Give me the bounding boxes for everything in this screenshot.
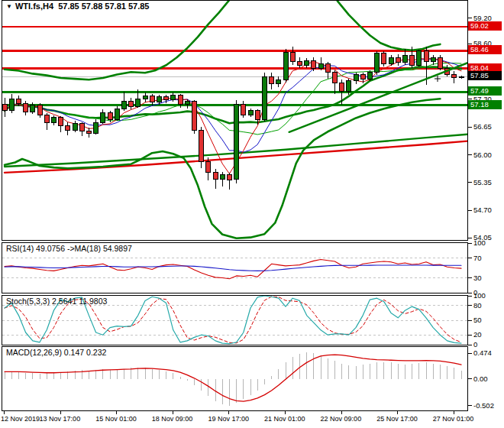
macd-signal-line	[5, 355, 461, 401]
candle-body	[185, 101, 189, 104]
symbol-dropdown-icon[interactable]: ▼	[6, 3, 12, 10]
ohlc-values: 57.85 57.88 57.81 57.85	[58, 2, 149, 11]
macd-tick-label: 0.00	[473, 374, 488, 384]
candle-body	[325, 64, 330, 73]
candle-body	[297, 62, 302, 65]
axis-tick	[468, 154, 472, 155]
stochastic-panel[interactable]: Stoch(5,3,3) 2.5641 11.9803	[2, 295, 468, 345]
candle-body	[354, 75, 358, 81]
support-trend-line	[289, 63, 467, 132]
rsi-panel[interactable]: RSI(14) 49.0756 ->MA(18) 54.9897	[2, 242, 468, 293]
rsi-tick-label: 30	[473, 274, 482, 283]
candle-body	[59, 117, 63, 125]
axis-tick	[468, 243, 472, 244]
time-tick-label: 27 Nov 01:00	[433, 415, 474, 423]
time-tick-label: 25 Nov 17:00	[376, 415, 418, 423]
candle-body	[115, 109, 119, 119]
candle-body	[431, 57, 435, 62]
candle-body	[417, 51, 422, 65]
candle-body	[410, 55, 415, 65]
candle-body	[220, 175, 225, 180]
rsi-line	[5, 259, 461, 278]
axis-tick	[468, 258, 472, 258]
macd-panel[interactable]: MACD(12,26,9) 0.147 0.232	[2, 346, 468, 411]
bollinger-lower-band	[5, 99, 440, 238]
candle-body	[136, 99, 141, 106]
candle-body	[206, 162, 211, 173]
macd-label: MACD(12,26,9) 0.147 0.232	[6, 348, 106, 357]
candle-body	[332, 73, 337, 83]
candle-body	[360, 75, 365, 79]
main-chart-panel[interactable]: ▼WTI.fs,H4 57.85 57.88 57.81 57.85	[2, 0, 468, 241]
axis-tick	[468, 18, 472, 18]
time-tick	[4, 411, 5, 414]
price-tick-label: 55.35	[473, 178, 492, 187]
candle-body	[367, 73, 372, 79]
candle-body	[305, 61, 309, 66]
price-axis[interactable]: 59.2058.6057.9557.3056.6556.0055.3554.70…	[468, 0, 504, 411]
price-badge-57.18: 57.18	[468, 100, 502, 109]
candle-body	[108, 113, 112, 119]
candle-body	[79, 124, 84, 131]
axis-tick	[468, 335, 472, 336]
candle-body	[171, 95, 176, 100]
time-tick-label: 22 Nov 09:00	[321, 415, 362, 423]
axis-tick	[468, 210, 472, 211]
candle-body	[44, 115, 49, 122]
stoch-tick-label: 100	[473, 291, 486, 300]
candle-body	[66, 125, 70, 130]
axis-tick	[468, 277, 472, 278]
time-tick-label: 15 Nov 01:00	[95, 415, 137, 423]
price-badge-58.46: 58.46	[468, 45, 502, 54]
price-tick-label: 54.70	[473, 206, 492, 215]
macd-tick-label: 0.474	[473, 349, 492, 358]
candle-body	[227, 175, 231, 180]
candle-body	[424, 51, 428, 62]
candle-body	[16, 99, 21, 104]
stoch-tick-label: 80	[473, 301, 482, 310]
macd-tick-label: -0.502	[473, 401, 494, 410]
candle-body	[86, 131, 91, 133]
candle-body	[255, 111, 260, 119]
axis-tick	[468, 182, 472, 183]
time-tick	[285, 411, 286, 414]
candle-body	[375, 54, 380, 73]
axis-tick	[468, 405, 472, 406]
candle-body	[270, 76, 274, 83]
stochastic-label: Stoch(5,3,3) 2.5641 11.9803	[6, 297, 107, 306]
time-tick	[341, 411, 342, 414]
stoch-tick-label: 50	[473, 316, 482, 325]
time-tick	[454, 411, 454, 414]
candle-body	[51, 117, 56, 122]
time-tick	[173, 411, 173, 414]
axis-tick	[468, 378, 472, 379]
price-tick-label: 56.00	[473, 151, 492, 160]
candle-body	[37, 105, 42, 115]
time-tick-label: 13 Nov 17:00	[40, 415, 81, 423]
candle-body	[402, 55, 407, 62]
candle-body	[312, 61, 316, 68]
candle-body	[129, 101, 134, 106]
time-tick-label: 18 Nov 09:00	[152, 415, 193, 423]
price-badge-57.85: 57.85	[468, 71, 502, 80]
candle-body	[2, 105, 7, 111]
candle-body	[396, 57, 400, 63]
price-tick-label: 56.65	[473, 122, 492, 131]
main-chart-canvas[interactable]	[2, 1, 467, 240]
candle-body	[347, 81, 351, 92]
axis-tick	[468, 296, 472, 297]
candle-body	[73, 124, 77, 130]
candle-body	[143, 96, 147, 99]
time-tick-label: 12 Nov 2019	[1, 415, 40, 423]
candle-body	[241, 105, 246, 115]
ma-fast-line	[5, 58, 461, 173]
axis-tick	[468, 44, 472, 44]
axis-tick	[468, 353, 472, 354]
time-tick	[60, 411, 61, 414]
candle-body	[31, 105, 35, 112]
candle-body	[178, 95, 183, 104]
candle-body	[213, 173, 218, 179]
time-axis[interactable]: 12 Nov 201913 Nov 17:0015 Nov 01:0018 No…	[0, 411, 504, 428]
price-badge-57.49: 57.49	[468, 86, 502, 96]
time-tick	[397, 411, 398, 414]
